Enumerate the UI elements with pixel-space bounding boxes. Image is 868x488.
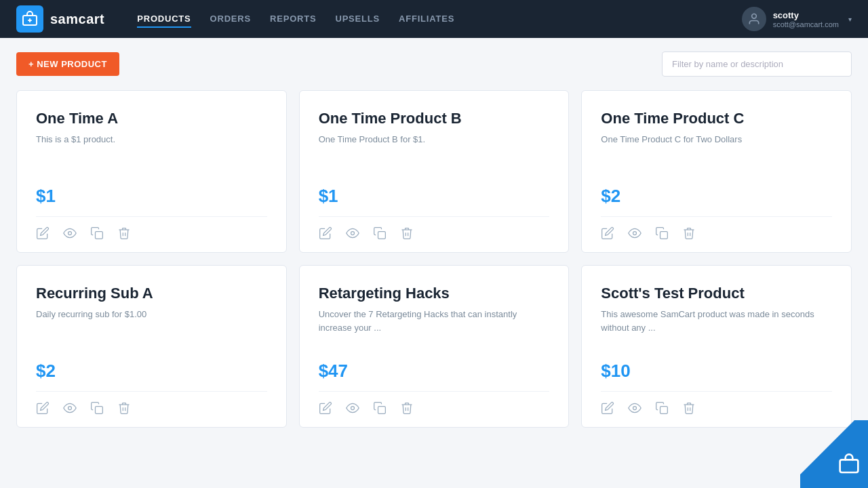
product-desc: This awesome SamCart product was made in… — [601, 308, 832, 348]
svg-rect-16 — [840, 460, 859, 472]
nav-reports[interactable]: REPORTS — [270, 11, 316, 28]
product-card: One Time A This is a $1 product. $1 — [16, 90, 287, 253]
product-desc: One Time Product B for $1. — [319, 133, 550, 174]
edit-icon[interactable] — [601, 226, 614, 240]
products-grid: One Time A This is a $1 product. $1 One … — [0, 90, 868, 444]
copy-icon[interactable] — [373, 226, 387, 240]
nav-links: PRODUCTS ORDERS REPORTS UPSELLS AFFILIAT… — [137, 11, 719, 28]
navbar: samcart PRODUCTS ORDERS REPORTS UPSELLS … — [0, 0, 868, 38]
logo[interactable]: samcart — [16, 5, 104, 33]
delete-icon[interactable] — [400, 401, 414, 415]
nav-orders[interactable]: ORDERS — [210, 11, 251, 28]
nav-products[interactable]: PRODUCTS — [137, 11, 191, 28]
view-icon[interactable] — [628, 401, 642, 415]
svg-rect-11 — [96, 407, 103, 414]
svg-rect-5 — [96, 232, 103, 239]
chevron-down-icon: ▾ — [848, 16, 852, 23]
view-icon[interactable] — [346, 401, 359, 415]
user-info: scotty scott@samcart.com — [773, 10, 839, 28]
copy-icon[interactable] — [90, 401, 104, 415]
svg-rect-7 — [378, 232, 385, 239]
user-name: scotty — [773, 10, 839, 20]
product-price: $47 — [319, 361, 550, 382]
product-actions — [36, 391, 267, 415]
product-actions — [319, 216, 550, 240]
logo-icon — [16, 5, 43, 33]
product-name: Recurring Sub A — [36, 285, 267, 302]
user-email: scott@samcart.com — [773, 20, 839, 28]
delete-icon[interactable] — [117, 226, 131, 240]
product-desc: Uncover the 7 Retargeting Hacks that can… — [319, 308, 550, 348]
product-name: Retargeting Hacks — [319, 285, 550, 302]
product-desc: This is a $1 product. — [36, 133, 267, 174]
edit-icon[interactable] — [319, 401, 332, 415]
copy-icon[interactable] — [655, 401, 669, 415]
product-price: $1 — [36, 186, 267, 207]
view-icon[interactable] — [628, 226, 642, 240]
edit-icon[interactable] — [36, 401, 50, 415]
svg-rect-13 — [378, 407, 385, 414]
product-card: Scott's Test Product This awesome SamCar… — [581, 265, 852, 428]
product-actions — [601, 216, 832, 240]
svg-point-3 — [751, 14, 756, 19]
product-card: Retargeting Hacks Uncover the 7 Retarget… — [299, 265, 570, 428]
delete-icon[interactable] — [117, 401, 131, 415]
product-name: Scott's Test Product — [601, 285, 832, 302]
product-actions — [36, 216, 267, 240]
view-icon[interactable] — [346, 226, 359, 240]
delete-icon[interactable] — [400, 226, 414, 240]
product-desc: One Time Product C for Two Dollars — [601, 133, 832, 174]
product-desc: Daily recurring sub for $1.00 — [36, 308, 267, 348]
new-product-button[interactable]: + NEW PRODUCT — [16, 52, 119, 76]
delete-icon[interactable] — [682, 401, 696, 415]
product-card: Recurring Sub A Daily recurring sub for … — [16, 265, 287, 428]
product-price: $2 — [36, 361, 267, 382]
corner-cart-icon — [838, 453, 860, 480]
copy-icon[interactable] — [655, 226, 669, 240]
product-name: One Time A — [36, 110, 267, 127]
product-card: One Time Product C One Time Product C fo… — [581, 90, 852, 253]
edit-icon[interactable] — [601, 401, 614, 415]
delete-icon[interactable] — [682, 226, 696, 240]
product-actions — [319, 391, 550, 415]
view-icon[interactable] — [63, 401, 77, 415]
user-avatar — [742, 7, 766, 31]
product-name: One Time Product B — [319, 110, 550, 127]
product-name: One Time Product C — [601, 110, 832, 127]
svg-point-12 — [351, 407, 354, 410]
svg-point-4 — [68, 232, 72, 235]
product-card: One Time Product B One Time Product B fo… — [299, 90, 570, 253]
edit-icon[interactable] — [36, 226, 50, 240]
view-icon[interactable] — [63, 226, 77, 240]
product-price: $10 — [601, 361, 832, 382]
svg-rect-15 — [660, 407, 668, 414]
user-menu[interactable]: scotty scott@samcart.com ▾ — [742, 7, 852, 31]
nav-upsells[interactable]: UPSELLS — [335, 11, 380, 28]
svg-point-14 — [633, 407, 637, 410]
edit-icon[interactable] — [319, 226, 332, 240]
nav-affiliates[interactable]: AFFILIATES — [399, 11, 454, 28]
svg-point-6 — [351, 232, 354, 235]
svg-rect-9 — [660, 232, 668, 239]
logo-text: samcart — [50, 12, 104, 27]
svg-point-8 — [633, 232, 637, 235]
svg-point-10 — [68, 407, 72, 410]
product-price: $2 — [601, 186, 832, 207]
copy-icon[interactable] — [373, 401, 387, 415]
product-actions — [601, 391, 832, 415]
filter-input[interactable] — [662, 52, 852, 77]
toolbar: + NEW PRODUCT — [0, 38, 868, 90]
product-price: $1 — [319, 186, 550, 207]
copy-icon[interactable] — [90, 226, 104, 240]
